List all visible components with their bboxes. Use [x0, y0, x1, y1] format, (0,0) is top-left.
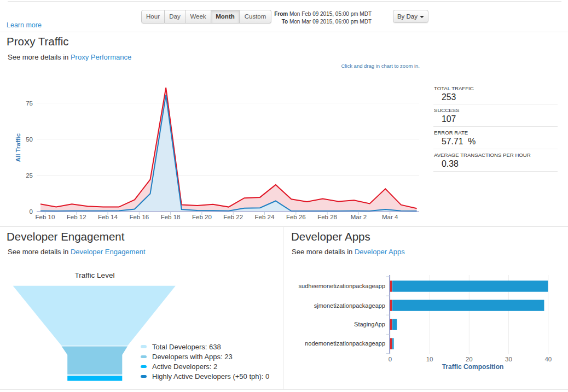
svg-text:0: 0 [389, 356, 392, 362]
svg-text:Feb 14: Feb 14 [98, 214, 118, 220]
svg-text:10: 10 [426, 356, 433, 362]
svg-text:Mar 4: Mar 4 [382, 214, 398, 220]
svg-text:Mar 2: Mar 2 [351, 214, 367, 220]
svg-text:Feb 20: Feb 20 [192, 214, 212, 220]
svg-text:20: 20 [466, 356, 473, 362]
svg-text:Feb 24: Feb 24 [255, 214, 275, 220]
svg-text:30: 30 [505, 356, 512, 362]
svg-text:nodemonetizationpackageapp: nodemonetizationpackageapp [305, 340, 385, 347]
svg-text:0: 0 [30, 208, 33, 215]
svg-text:Feb 12: Feb 12 [67, 214, 86, 220]
svg-text:50: 50 [26, 136, 33, 143]
svg-text:Feb 18: Feb 18 [161, 214, 181, 220]
svg-text:sjmonetizationpackageapp: sjmonetizationpackageapp [314, 302, 385, 309]
svg-text:Feb 26: Feb 26 [286, 214, 306, 220]
svg-text:40: 40 [544, 356, 552, 362]
svg-text:Feb 28: Feb 28 [317, 214, 337, 220]
svg-text:Traffic Composition: Traffic Composition [442, 363, 504, 371]
svg-text:Feb 16: Feb 16 [129, 214, 149, 220]
svg-text:StagingApp: StagingApp [354, 321, 385, 327]
svg-text:Feb 22: Feb 22 [223, 214, 243, 220]
svg-text:25: 25 [26, 172, 33, 179]
svg-text:Feb 10: Feb 10 [35, 214, 55, 220]
svg-text:75: 75 [26, 100, 33, 107]
svg-text:sudheemonetizationpackageapp: sudheemonetizationpackageapp [299, 283, 385, 289]
svg-text:All Traffic: All Traffic [15, 133, 21, 162]
